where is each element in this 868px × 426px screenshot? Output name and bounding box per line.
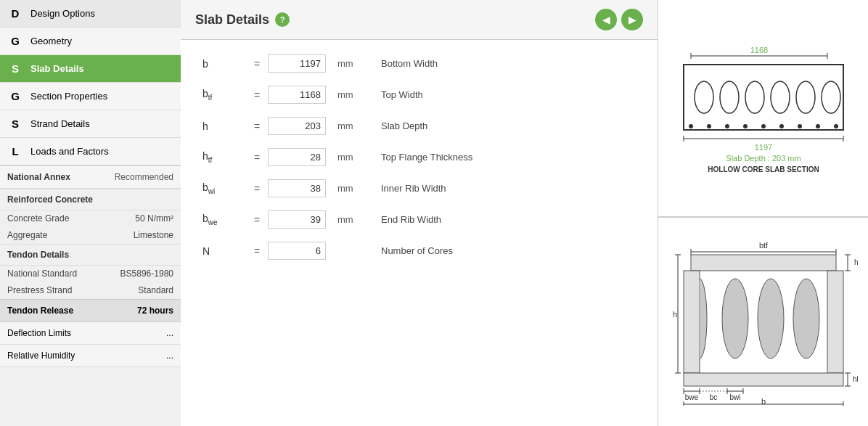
param-desc-bwe: End Rib Width (381, 214, 441, 225)
input-n[interactable] (268, 242, 326, 260)
svg-point-19 (761, 124, 766, 128)
nav-letter-s2: S (9, 118, 22, 130)
svg-text:bc: bc (709, 393, 717, 401)
input-htf[interactable] (268, 148, 326, 166)
param-desc-h: Slab Depth (381, 120, 427, 131)
nav-letter-d: D (9, 7, 22, 20)
svg-point-11 (745, 81, 764, 113)
aggregate-label: Aggregate (7, 230, 47, 240)
svg-text:1168: 1168 (750, 46, 767, 54)
main-content: Slab Details ? ◀ ▶ b = mm Bottom Width b… (181, 0, 658, 426)
sidebar-label-slab-details: Slab Details (30, 63, 84, 74)
svg-point-13 (796, 81, 815, 113)
tendon-details-header: Tendon Details (0, 244, 181, 266)
aggregate-row: Aggregate Limestone (0, 227, 181, 244)
national-standard-row: National Standard BS5896-1980 (0, 266, 181, 282)
param-input-n[interactable] (268, 242, 333, 260)
input-bwi[interactable] (268, 179, 326, 197)
svg-point-10 (720, 81, 739, 113)
svg-point-12 (771, 81, 790, 113)
param-row-htf: htf = mm Top Flange Thickness (202, 148, 636, 166)
hollow-core-diagram-svg: 1168 1197 Slab Depth : 203 mm (669, 43, 858, 173)
svg-point-58 (793, 279, 819, 359)
param-eq-htf: = (246, 152, 268, 163)
param-name-btf: btf (202, 88, 246, 102)
sidebar-label-loads-factors: Loads and Factors (30, 146, 109, 157)
deflection-limits-row[interactable]: Deflection Limits ... (0, 322, 181, 345)
sidebar-item-design-options[interactable]: D Design Options (0, 0, 181, 28)
svg-rect-35 (684, 271, 700, 373)
prestress-strand-label: Prestress Strand (7, 285, 72, 295)
svg-text:h: h (672, 310, 676, 319)
param-name-h: h (202, 120, 246, 132)
svg-point-22 (816, 124, 820, 128)
param-name-htf: htf (202, 150, 246, 164)
param-input-b[interactable] (268, 54, 333, 73)
svg-point-57 (758, 279, 784, 359)
relative-humidity-value: ... (166, 351, 173, 361)
national-standard-label: National Standard (7, 269, 77, 279)
input-bwe[interactable] (268, 210, 326, 229)
param-unit-bwe: mm (337, 214, 374, 225)
deflection-limits-label: Deflection Limits (7, 328, 71, 338)
svg-point-17 (725, 124, 729, 128)
svg-text:1197: 1197 (754, 143, 771, 152)
param-input-bwe[interactable] (268, 210, 333, 229)
svg-text:htf: htf (854, 258, 858, 266)
param-input-h[interactable] (268, 117, 333, 135)
svg-point-21 (798, 124, 802, 128)
info-section: National Annex Recommended Reinforced Co… (0, 166, 181, 367)
next-arrow-button[interactable]: ▶ (621, 9, 643, 30)
param-input-btf[interactable] (268, 86, 333, 104)
svg-rect-37 (684, 373, 843, 386)
param-unit-htf: mm (337, 152, 374, 163)
concrete-grade-row: Concrete Grade 50 N/mm² (0, 210, 181, 227)
param-row-bwi: bwi = mm Inner Rib Width (202, 179, 636, 197)
sidebar-item-geometry[interactable]: G Geometry (0, 28, 181, 55)
param-desc-n: Number of Cores (381, 245, 453, 256)
tendon-release-value: 72 hours (137, 306, 173, 316)
svg-point-56 (722, 279, 748, 359)
param-eq-n: = (246, 245, 268, 257)
svg-point-16 (707, 124, 711, 128)
svg-point-9 (695, 81, 713, 113)
main-header: Slab Details ? ◀ ▶ (181, 0, 658, 40)
param-name-b: b (202, 58, 246, 70)
svg-text:hbf: hbf (853, 375, 858, 383)
param-row-h: h = mm Slab Depth (202, 117, 636, 135)
sidebar-item-section-properties[interactable]: G Section Properties (0, 83, 181, 110)
svg-rect-30 (691, 255, 836, 271)
national-annex-label: National Annex (7, 172, 70, 182)
sidebar-item-loads-factors[interactable]: L Loads and Factors (0, 138, 181, 165)
relative-humidity-label: Relative Humidity (7, 351, 75, 361)
prestress-strand-row: Prestress Strand Standard (0, 282, 181, 299)
sidebar-item-slab-details[interactable]: S Slab Details (0, 55, 181, 83)
sidebar-item-strand-details[interactable]: S Strand Details (0, 110, 181, 138)
help-icon[interactable]: ? (275, 12, 290, 27)
tendon-release-label: Tendon Release (7, 306, 73, 316)
tendon-release-row: Tendon Release 72 hours (0, 299, 181, 322)
right-panel: 1168 1197 Slab Depth : 203 mm (658, 0, 868, 426)
nav-letter-l: L (9, 145, 22, 157)
param-eq-bwe: = (246, 214, 268, 226)
param-eq-bwi: = (246, 183, 268, 194)
param-input-bwi[interactable] (268, 179, 333, 197)
diagram-bottom: btf h bwe bwi (658, 218, 868, 426)
input-btf[interactable] (268, 86, 326, 104)
param-desc-btf: Top Width (381, 89, 423, 100)
param-input-htf[interactable] (268, 148, 333, 166)
param-unit-btf: mm (337, 89, 374, 100)
cross-section-diagram-svg: btf h bwe bwi (669, 239, 858, 406)
sidebar-label-strand-details: Strand Details (30, 118, 90, 129)
param-row-bwe: bwe = mm End Rib Width (202, 210, 636, 229)
input-b[interactable] (268, 54, 326, 73)
param-eq-h: = (246, 120, 268, 132)
relative-humidity-row[interactable]: Relative Humidity ... (0, 345, 181, 367)
input-h[interactable] (268, 117, 326, 135)
prev-arrow-button[interactable]: ◀ (595, 9, 617, 30)
param-desc-bwi: Inner Rib Width (381, 183, 446, 194)
prestress-strand-value: Standard (138, 285, 173, 295)
national-standard-value: BS5896-1980 (120, 269, 173, 279)
svg-text:bwi: bwi (729, 393, 740, 401)
param-row-btf: btf = mm Top Width (202, 86, 636, 104)
